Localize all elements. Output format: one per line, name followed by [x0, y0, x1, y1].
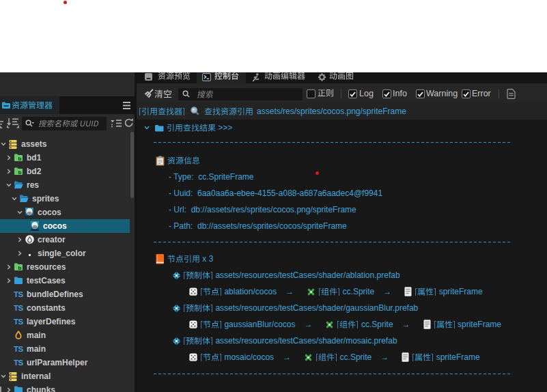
- svg-text:b: b: [18, 265, 21, 270]
- svg-text:b: b: [18, 156, 21, 161]
- svg-text:b: b: [18, 169, 21, 175]
